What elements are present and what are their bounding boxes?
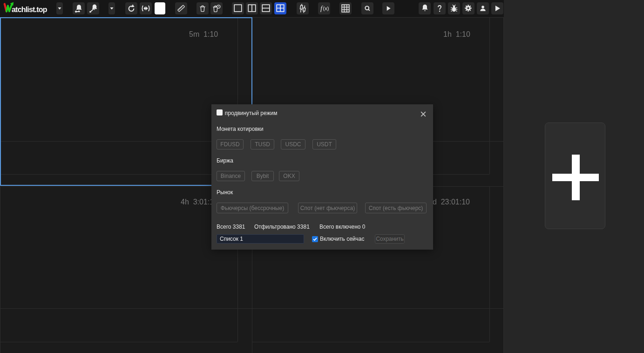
svg-text:(x): (x) [323,6,329,11]
